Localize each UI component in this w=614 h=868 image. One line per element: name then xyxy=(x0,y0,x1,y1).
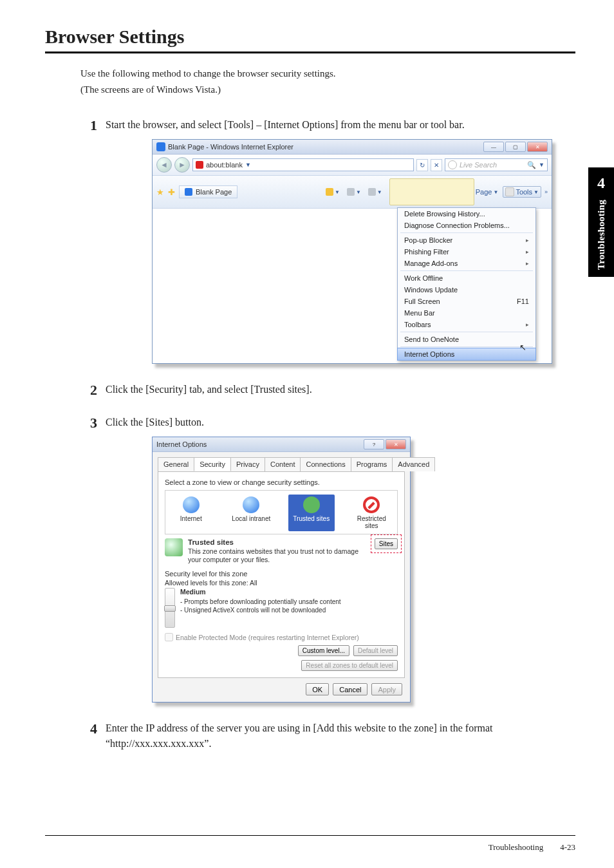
tools-menu-button[interactable]: Tools▼ xyxy=(503,186,541,198)
security-level-block: Security level for this zone Allowed lev… xyxy=(165,570,398,671)
feed-icon xyxy=(347,188,355,196)
add-favorites-icon[interactable]: ✚ xyxy=(168,187,175,197)
search-provider-icon xyxy=(448,160,457,169)
menu-delete-history[interactable]: Delete Browsing History... xyxy=(398,208,535,220)
maximize-button[interactable]: ▢ xyxy=(505,142,526,152)
menu-menu-bar[interactable]: Menu Bar xyxy=(398,307,535,319)
tab-general[interactable]: General xyxy=(158,457,194,471)
protected-mode-checkbox[interactable] xyxy=(165,633,173,641)
step-2-text: Click the [Security] tab, and select [Tr… xyxy=(106,382,575,399)
cancel-button[interactable]: Cancel xyxy=(333,683,367,695)
trusted-text: Trusted sites This zone contains website… xyxy=(188,538,369,563)
menu-internet-options[interactable]: Internet Options xyxy=(397,348,536,361)
search-box[interactable]: Live Search 🔍 ▼ xyxy=(445,158,548,171)
address-bar[interactable]: about:blank ▼ xyxy=(192,158,414,171)
screenshot-2-wrap: Internet Options ? ✕ General Security Pr… xyxy=(152,437,575,703)
step-2-num: 2 xyxy=(90,382,106,399)
reset-row: Reset all zones to default level xyxy=(165,660,398,671)
tools-icon xyxy=(505,187,514,196)
shield-icon xyxy=(165,538,183,556)
close-button[interactable]: ✕ xyxy=(527,142,548,152)
menu-separator xyxy=(400,270,533,271)
stop-button[interactable]: ✕ xyxy=(431,159,442,171)
tab-security[interactable]: Security xyxy=(194,457,231,471)
check-icon xyxy=(303,496,320,513)
menu-diagnose[interactable]: Diagnose Connection Problems... xyxy=(398,220,535,231)
io-body: General Security Privacy Content Connect… xyxy=(153,452,410,702)
step-4-text: Enter the IP address of the server you a… xyxy=(106,721,575,751)
tab-privacy[interactable]: Privacy xyxy=(230,457,265,471)
tab-advanced[interactable]: Advanced xyxy=(392,457,435,471)
print-icon xyxy=(368,188,376,196)
menu-full-screen[interactable]: Full ScreenF11 xyxy=(398,296,535,307)
io-close-button[interactable]: ✕ xyxy=(386,439,406,449)
io-window-buttons: ? ✕ xyxy=(364,439,406,449)
menu-send-onenote[interactable]: Send to OneNote xyxy=(398,334,535,345)
zone-internet[interactable]: Internet xyxy=(168,495,214,531)
tab-content[interactable]: Content xyxy=(265,457,301,471)
ie-window-title: Blank Page - Windows Internet Explorer xyxy=(168,143,483,151)
step-3-num: 3 xyxy=(90,415,106,431)
section-label: Troubleshooting xyxy=(596,200,607,270)
footer-text: Troubleshooting 4-23 xyxy=(488,842,575,853)
browser-tab[interactable]: Blank Page xyxy=(179,185,237,198)
io-help-button[interactable]: ? xyxy=(364,439,384,449)
reset-zones-button[interactable]: Reset all zones to default level xyxy=(301,660,398,671)
trusted-title: Trusted sites xyxy=(188,538,369,546)
sec-allowed-label: Allowed levels for this zone: All xyxy=(165,579,398,587)
minimize-button[interactable]: — xyxy=(483,142,504,152)
forward-button[interactable]: ► xyxy=(174,157,190,173)
zone-hint: Select a zone to view or change security… xyxy=(165,478,398,486)
page-icon xyxy=(389,178,474,205)
security-slider[interactable] xyxy=(165,588,175,628)
ie-content-area: Delete Browsing History... Diagnose Conn… xyxy=(153,209,552,363)
document-page: Browser Settings Use the following metho… xyxy=(0,0,614,868)
toolbar-expand-icon[interactable]: » xyxy=(543,189,548,195)
search-drop-icon[interactable]: ▼ xyxy=(539,162,544,168)
menu-manage-addons[interactable]: Manage Add-ons▸ xyxy=(398,258,535,269)
apply-button[interactable]: Apply xyxy=(371,683,402,695)
tab-title: Blank Page xyxy=(196,188,232,196)
refresh-button[interactable]: ↻ xyxy=(416,159,428,171)
tools-menu-label: Tools xyxy=(516,188,532,196)
default-level-button[interactable]: Default level xyxy=(353,645,398,656)
level-desc: Medium - Prompts before downloading pote… xyxy=(180,588,341,614)
ie-navbar: ◄ ► about:blank ▼ ↻ ✕ Live Search 🔍 ▼ xyxy=(153,155,552,176)
step-2: 2 Click the [Security] tab, and select [… xyxy=(90,382,575,399)
internet-options-dialog: Internet Options ? ✕ General Security Pr… xyxy=(152,437,411,703)
print-button[interactable]: ▼ xyxy=(366,187,385,197)
level-desc-1: - Prompts before downloading potentially… xyxy=(180,598,341,606)
step-3: 3 Click the [Sites] button. xyxy=(90,415,575,431)
window-buttons: — ▢ ✕ xyxy=(483,142,548,152)
tools-dropdown: Delete Browsing History... Diagnose Conn… xyxy=(397,207,536,361)
zone-restricted[interactable]: Restricted sites xyxy=(349,495,395,531)
intro-line-1: Use the following method to change the b… xyxy=(80,66,575,81)
menu-windows-update[interactable]: Windows Update xyxy=(398,284,535,296)
feeds-button[interactable]: ▼ xyxy=(344,187,364,197)
custom-level-button[interactable]: Custom level... xyxy=(298,645,349,656)
menu-separator xyxy=(400,332,533,332)
ok-button[interactable]: OK xyxy=(306,683,329,695)
cursor-icon: ↖ xyxy=(519,343,526,352)
trusted-sites-summary: Trusted sites This zone contains website… xyxy=(165,538,398,563)
page-menu-button[interactable]: Page▼ xyxy=(387,177,501,207)
tab-programs[interactable]: Programs xyxy=(351,457,393,471)
step-4-num: 4 xyxy=(90,721,106,751)
home-button[interactable]: ▼ xyxy=(323,187,342,197)
search-go-icon[interactable]: 🔍 xyxy=(527,161,536,169)
intro-line-2: (The screens are of Windows Vista.) xyxy=(80,82,575,97)
tab-connections[interactable]: Connections xyxy=(300,457,351,471)
address-drop-icon[interactable]: ▼ xyxy=(245,162,251,168)
zone-trusted-sites[interactable]: Trusted sites xyxy=(288,495,335,531)
favorites-star-icon[interactable]: ★ xyxy=(156,187,164,197)
menu-toolbars[interactable]: Toolbars▸ xyxy=(398,319,535,330)
back-button[interactable]: ◄ xyxy=(156,157,172,173)
menu-work-offline[interactable]: Work Offline xyxy=(398,272,535,284)
ie-toolbar-right: ▼ ▼ ▼ Page▼ Tools▼ » xyxy=(323,177,548,207)
protected-mode-row: Enable Protected Mode (requires restarti… xyxy=(165,633,398,641)
menu-phishing-filter[interactable]: Phishing Filter▸ xyxy=(398,246,535,258)
zone-local-intranet[interactable]: Local intranet xyxy=(228,495,275,531)
globe-icon xyxy=(183,496,200,513)
menu-popup-blocker[interactable]: Pop-up Blocker▸ xyxy=(398,234,535,246)
sites-highlight xyxy=(371,534,402,553)
